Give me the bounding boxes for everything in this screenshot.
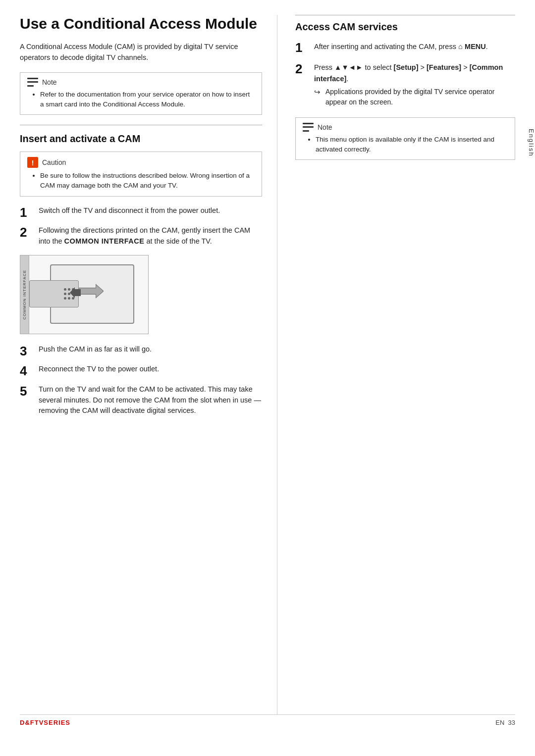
ci-label: COMMON INTERFACE — [20, 255, 29, 334]
footer-page-number: 33 — [508, 719, 515, 726]
insert-step-4: 4 Reconnect the TV to the power outlet. — [20, 364, 262, 378]
access-steps: 1 After inserting and activating the CAM… — [295, 41, 515, 107]
caution-bullet-item-1: Be sure to follow the instructions descr… — [40, 171, 255, 191]
footer-page-label: EN — [495, 719, 504, 726]
note-icon-1 — [27, 78, 38, 87]
home-icon: ⌂ — [458, 42, 463, 50]
left-column: Use a Conditional Access Module A Condit… — [20, 15, 277, 714]
svg-marker-1 — [70, 287, 81, 298]
access-step-number-2: 2 — [295, 62, 309, 76]
access-step-2: 2 Press ▲▼◄► to select [Setup] > [Featur… — [295, 62, 515, 107]
insert-steps-345: 3 Push the CAM in as far as it will go. … — [20, 344, 262, 416]
caution-label: Caution — [42, 158, 66, 166]
cam-dot — [64, 288, 66, 291]
cam-diagram-inner: COMMON INTERFACE — [20, 255, 148, 334]
insert-arrow — [79, 284, 104, 298]
note-box-1: Note Refer to the documentation from you… — [20, 72, 262, 115]
access-section-title: Access CAM services — [295, 15, 515, 33]
cam-diagram: COMMON INTERFACE — [20, 255, 149, 334]
caution-box: ! Caution Be sure to follow the instruct… — [20, 151, 262, 197]
step-text-4: Reconnect the TV to the power outlet. — [39, 364, 262, 375]
cam-dot — [64, 297, 66, 300]
ci-text: COMMON INTERFACE — [22, 270, 27, 319]
right-column: Access CAM services 1 After inserting an… — [277, 15, 515, 714]
section-divider-1 — [20, 125, 262, 125]
common-interface-bold: COMMON INTERFACE — [64, 237, 145, 245]
insert-step-5: 5 Turn on the TV and wait for the CAM to… — [20, 384, 262, 416]
insert-step-2: 2 Following the directions printed on th… — [20, 225, 262, 247]
note-bullet-item-1: Refer to the documentation from your ser… — [40, 90, 255, 110]
sub-bullet-1: ↪ Applications provided by the digital T… — [314, 87, 515, 107]
cam-left-arrow — [70, 287, 81, 298]
step-number-3: 3 — [20, 344, 34, 358]
step-text-1: Switch off the TV and disconnect it from… — [39, 205, 262, 216]
footer-brand: D&FTVSERIES — [20, 719, 70, 726]
note-icon-2 — [303, 123, 314, 132]
access-step-1-text: After inserting and activating the CAM, … — [314, 43, 488, 50]
caution-bullet-list: Be sure to follow the instructions descr… — [27, 171, 255, 191]
step-text-3: Push the CAM in as far as it will go. — [39, 344, 262, 355]
side-label-container: English — [520, 79, 535, 178]
note-bullet-item-2: This menu option is available only if th… — [316, 135, 508, 155]
intro-text: A Conditional Access Module (CAM) is pro… — [20, 42, 262, 63]
note-header-1: Note — [27, 78, 255, 87]
cam-arrow — [70, 287, 81, 300]
insert-step-3: 3 Push the CAM in as far as it will go. — [20, 344, 262, 358]
insert-steps: 1 Switch off the TV and disconnect it fr… — [20, 205, 262, 247]
step-text-5: Turn on the TV and wait for the CAM to b… — [39, 384, 262, 416]
step-number-2: 2 — [20, 225, 34, 240]
footer-page: EN 33 — [495, 719, 515, 726]
main-title: Use a Conditional Access Module — [20, 15, 262, 33]
note-header-2: Note — [303, 123, 508, 132]
caution-header: ! Caution — [27, 157, 255, 168]
access-step-number-1: 1 — [295, 41, 309, 55]
note-bullet-list-2: This menu option is available only if th… — [303, 135, 508, 155]
sub-bullet-text-1: Applications provided by the digital TV … — [325, 87, 515, 107]
side-language-label: English — [528, 129, 535, 157]
note-label-1: Note — [42, 78, 57, 86]
page: Use a Conditional Access Module A Condit… — [0, 0, 535, 756]
setup-bold: [Setup] — [394, 63, 419, 71]
access-step-1: 1 After inserting and activating the CAM… — [295, 41, 515, 55]
step-number-4: 4 — [20, 364, 34, 378]
footer-bar: D&FTVSERIES EN 33 — [20, 714, 515, 726]
menu-bold: MENU — [465, 43, 486, 50]
access-step-2-text: Press ▲▼◄► to select [Setup] > [Features… — [314, 63, 503, 83]
note-bullet-list-1: Refer to the documentation from your ser… — [27, 90, 255, 110]
right-arrow-icon: ↪ — [314, 87, 321, 98]
insert-step-1: 1 Switch off the TV and disconnect it fr… — [20, 205, 262, 220]
step-text-2: Following the directions printed on the … — [39, 225, 262, 247]
step-number-1: 1 — [20, 205, 34, 220]
step-number-5: 5 — [20, 384, 34, 399]
access-step-content-1: After inserting and activating the CAM, … — [314, 41, 515, 52]
arrow-svg — [79, 284, 104, 299]
insert-section-title: Insert and activate a CAM — [20, 133, 262, 145]
svg-marker-0 — [79, 284, 104, 298]
cam-dot — [64, 293, 66, 295]
access-step-content-2: Press ▲▼◄► to select [Setup] > [Features… — [314, 62, 515, 107]
features-bold: [Features] — [427, 63, 461, 71]
note-box-2: Note This menu option is available only … — [295, 117, 515, 160]
caution-exclamation-icon: ! — [27, 157, 38, 168]
note-label-2: Note — [318, 123, 332, 131]
